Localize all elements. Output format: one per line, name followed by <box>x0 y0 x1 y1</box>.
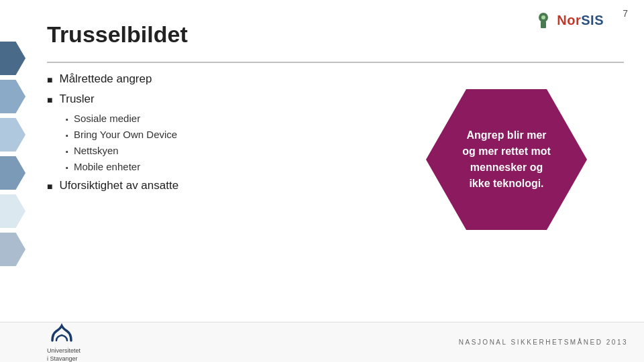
slide-title: Trusselbildet <box>47 21 188 48</box>
svg-point-2 <box>541 15 545 19</box>
bottom-bar: Universitetet i Stavanger NASJONAL SIKKE… <box>0 322 644 362</box>
page-number: 7 <box>623 8 628 19</box>
sub-bullet-marker-2: ▪ <box>66 131 68 139</box>
sub-bullet-2: ▪ Bring Your Own Device <box>66 129 315 140</box>
bullet-text-1: Målrettede angrep <box>59 72 152 86</box>
bullet-marker-3: ■ <box>47 181 52 192</box>
sub-bullet-text-4: Mobile enheter <box>74 161 140 172</box>
hex-deco-2 <box>0 80 25 113</box>
uni-line2: i Stavanger <box>47 355 80 363</box>
bullet-marker-1: ■ <box>47 74 52 85</box>
hex-deco-6 <box>0 233 25 266</box>
bullet-text-2: Trusler <box>59 93 94 106</box>
sub-bullet-marker-1: ▪ <box>66 115 68 123</box>
title-divider <box>47 62 624 63</box>
slide: 7 NorSIS Trusselbildet ■ Målrettede angr… <box>0 0 644 362</box>
sub-bullet-text-3: Nettskyen <box>74 145 119 156</box>
hex-deco-1 <box>0 42 25 75</box>
hex-decoration-left <box>0 40 25 267</box>
university-icon <box>47 322 76 346</box>
sub-bullet-4: ▪ Mobile enheter <box>66 161 315 172</box>
sub-bullet-text-1: Sosiale medier <box>74 113 140 124</box>
norsis-text: NorSIS <box>557 13 604 28</box>
sub-bullet-marker-3: ▪ <box>66 147 68 156</box>
university-text: Universitetet i Stavanger <box>47 347 80 362</box>
sub-bullet-3: ▪ Nettskyen <box>66 145 315 156</box>
bullet-item-3: ■ Uforsiktighet av ansatte <box>47 179 315 192</box>
hex-text: Angrep blir mer og mer rettet mot mennes… <box>439 114 574 205</box>
bottom-tagline: NASJONAL SIKKERHETSMÅNED 2013 <box>459 339 628 346</box>
uni-line1: Universitetet <box>47 347 80 355</box>
hex-shape: Angrep blir mer og mer rettet mot mennes… <box>426 89 587 230</box>
sub-bullet-1: ▪ Sosiale medier <box>66 113 315 124</box>
sub-bullet-text-2: Bring Your Own Device <box>74 129 177 140</box>
hex-deco-4 <box>0 156 25 190</box>
bullet-item-1: ■ Målrettede angrep <box>47 72 315 86</box>
university-logo: Universitetet i Stavanger <box>47 322 80 362</box>
content-left: ■ Målrettede angrep ■ Trusler ▪ Sosiale … <box>47 72 315 199</box>
sub-bullet-marker-4: ▪ <box>66 164 68 172</box>
norsis-logo: NorSIS <box>534 11 604 29</box>
norsis-icon <box>534 11 553 29</box>
bullet-marker-2: ■ <box>47 95 52 105</box>
hex-deco-3 <box>0 118 25 152</box>
hex-content-area: Angrep blir mer og mer rettet mot mennes… <box>423 87 590 232</box>
sub-bullets: ▪ Sosiale medier ▪ Bring Your Own Device… <box>66 113 315 172</box>
hex-deco-5 <box>0 194 25 228</box>
svg-rect-1 <box>541 21 546 28</box>
bullet-item-2: ■ Trusler <box>47 93 315 106</box>
bullet-text-3: Uforsiktighet av ansatte <box>59 179 178 192</box>
